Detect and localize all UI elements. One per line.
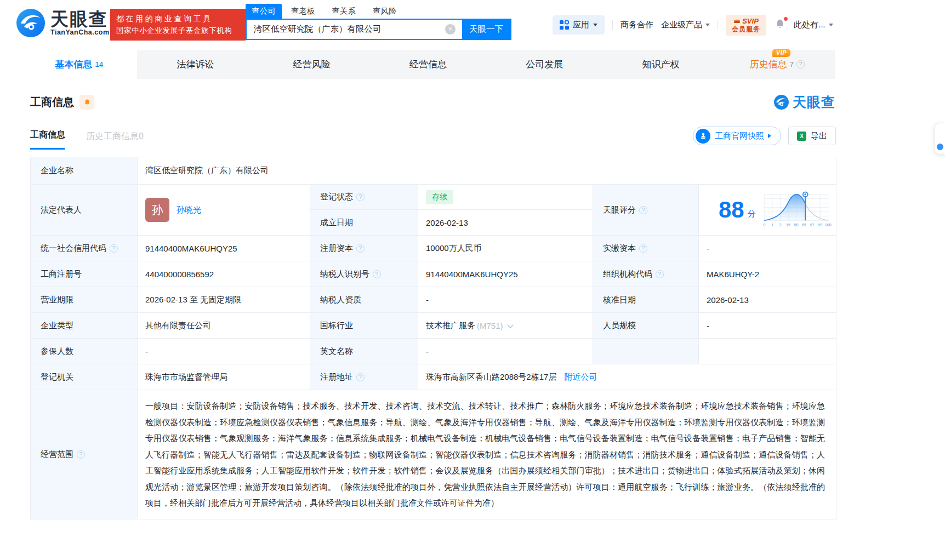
nav-enterprise[interactable]: 企业级产品 [661,20,710,30]
help-icon[interactable] [356,193,365,201]
field-label: 纳税人识别号 [310,261,418,287]
field-label: 英文名称 [310,339,418,364]
company-name-value: 湾区低空研究院（广东）有限公司 [138,157,836,185]
field-label: 天眼评分 [593,185,699,236]
taxpayer-quality-value: - [418,287,593,313]
help-icon[interactable] [656,270,664,278]
field-label: 纳税人资质 [310,287,418,313]
help-icon[interactable] [373,270,381,278]
score-axis: 0 1 3 15 50 85 97 99 100 [763,223,831,227]
grid-apps-icon [560,20,569,30]
nav-cooperation[interactable]: 商务合作 [620,20,653,30]
header-right-nav: 应用 商务合作 企业级产品 SVIP 会员服务 [553,0,833,50]
table-row: 统一社会信用代码 91440400MAK6UHQY25 注册资本 10000万人… [31,236,836,261]
reg-address-value: 珠海市高新区香山路2088号2栋17层 [426,372,556,381]
tab-count: 7 [790,60,794,68]
search-button[interactable]: 天眼一下 [462,20,510,39]
tab-operating-risk[interactable]: 经营风险 [254,50,370,79]
tab-history-info[interactable]: VIP 历史信息 7 [719,50,835,79]
industry-cell: 技术推广服务 (M751) [418,313,593,339]
business-info-table: 企业名称 湾区低空研究院（广东）有限公司 法定代表人 孙 孙晓光 登记状态 存续 [30,157,836,519]
tianyancha-watermark: 天眼查 [774,93,835,111]
sub-tabs-row: 工商信息 历史工商信息0 工商官网快照 导出 [30,127,836,150]
tianyancha-logo-icon [16,9,45,37]
score-axis-tick: 85 [802,223,806,227]
divider [718,20,718,30]
snapshot-button-label: 工商官网快照 [715,131,764,141]
reg-capital-value: 10000万人民币 [418,236,593,261]
business-term-value: 2026-02-13 至 无固定期限 [138,287,310,313]
official-snapshot-button[interactable]: 工商官网快照 [693,127,781,145]
nearby-companies-link[interactable]: 附近公司 [565,372,597,381]
tab-label: 知识产权 [642,58,680,71]
help-icon[interactable] [110,244,118,253]
svip-sub-label: 会员服务 [732,25,760,33]
field-label: 企业名称 [31,157,138,185]
svip-member-badge[interactable]: SVIP 会员服务 [726,15,766,36]
help-icon[interactable] [77,450,85,459]
search-input[interactable] [247,20,445,39]
notification-dot [783,16,788,21]
notification-bell[interactable] [774,18,786,32]
chevron-down-icon[interactable] [507,322,513,328]
chat-bubble-icon [937,144,943,150]
user-menu[interactable]: 此处有... [794,20,833,30]
logo-text: 天眼查 TianYanCha.com [50,10,110,36]
field-label: 企业类型 [31,313,138,339]
company-type-value: 其他有限责任公司 [138,313,310,339]
tab-company-development[interactable]: 公司发展 [486,50,602,79]
tianyancha-logo[interactable]: 天眼查 TianYanCha.com [16,9,110,37]
score-axis-tick: 97 [810,223,814,227]
apps-menu-button[interactable]: 应用 [553,15,605,35]
vip-badge: VIP [772,49,790,57]
tab-label: 历史信息 [750,58,787,71]
field-label: 组织机构代码 [593,261,699,287]
reg-address-cell: 珠海市高新区香山路2088号2栋17层 附近公司 [418,364,836,390]
table-row: 登记机关 珠海市市场监督管理局 注册地址 珠海市高新区香山路2088号2栋17层… [31,364,836,390]
divider [612,20,613,30]
tab-business-info[interactable]: 经营信息 [370,50,486,79]
field-label: 营业期限 [31,287,138,313]
floating-side-widget[interactable] [934,123,945,155]
promo-banner-line2: 国家中小企业发展子基金旗下机构 [116,25,240,36]
score-axis-tick: 0 [763,223,765,227]
score-axis-tick: 100 [825,223,832,227]
approval-date-value: 2026-02-13 [699,287,836,313]
apps-menu-label: 应用 [573,20,589,30]
reg-number-value: 440400000856592 [138,261,310,287]
field-label: 经营范围 [31,390,138,519]
help-icon[interactable] [356,244,365,253]
tab-basic-info[interactable]: 基本信息 14 [21,50,137,79]
field-label: 统一社会信用代码 [31,236,138,261]
search-tab-relation[interactable]: 查关系 [332,6,356,16]
search-tab-company[interactable]: 查公司 [246,4,282,19]
clear-search-icon[interactable] [445,24,456,35]
help-icon[interactable] [639,244,647,253]
company-nav-tabs: 基本信息 14 法律诉讼 经营风险 经营信息 公司发展 知识产权 VIP 历史信… [21,50,835,79]
section-title: 工商信息 [30,95,74,110]
score-axis-tick: 3 [779,223,781,227]
search-tab-boss[interactable]: 查老板 [291,6,315,16]
tab-legal-proceedings[interactable]: 法律诉讼 [137,50,253,79]
help-icon[interactable] [356,373,365,381]
taxpayer-id-value: 91440400MAK6UHQY25 [418,261,593,287]
search-tab-risk[interactable]: 查风险 [373,6,397,16]
score-axis-tick: 99 [818,223,822,227]
help-icon[interactable] [639,206,647,214]
field-label: 国标行业 [310,313,418,339]
business-scope-value: 一般项目：安防设备制造；安防设备销售；技术服务、技术开发、技术咨询、技术交流、技… [138,390,836,519]
insured-count-value: - [138,339,310,364]
score-axis-tick: 1 [771,223,773,227]
tab-intellectual-property[interactable]: 知识产权 [602,50,719,79]
avatar[interactable]: 孙 [145,198,169,222]
field-label: 核准日期 [593,287,699,313]
help-icon[interactable] [796,60,805,68]
export-button[interactable]: 导出 [788,127,836,145]
subtab-business-info[interactable]: 工商信息 [30,129,65,150]
subtab-history-business-info[interactable]: 历史工商信息0 [86,131,144,150]
subscribe-bell-button[interactable] [79,95,94,110]
tianyancha-company-page: 天眼查 TianYanCha.com 都在用的商业查询工具 国家中小企业发展子基… [0,0,945,560]
legal-rep-link[interactable]: 孙晓光 [177,205,201,215]
table-row: 企业名称 湾区低空研究院（广东）有限公司 [31,157,836,185]
watermark-text: 天眼查 [793,93,835,111]
